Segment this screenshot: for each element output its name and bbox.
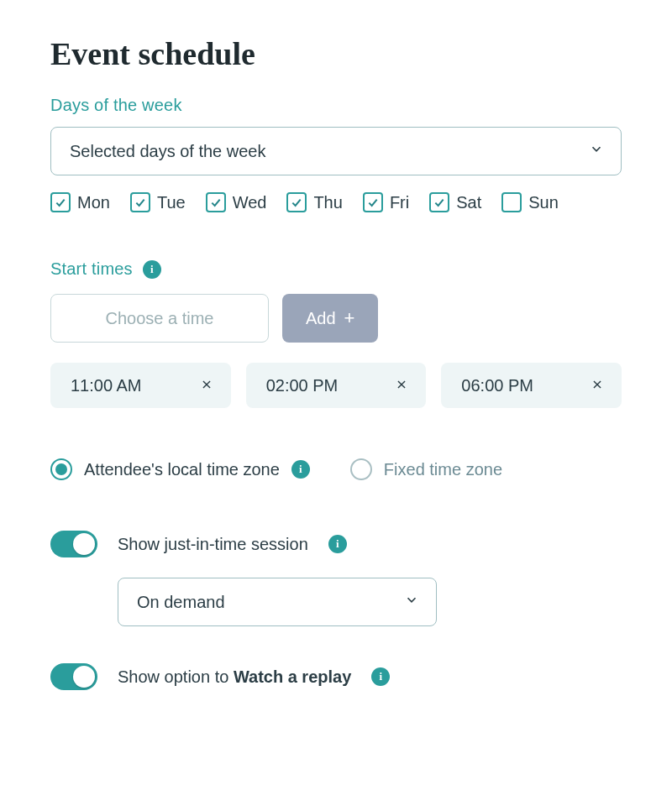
days-label: Days of the week	[50, 96, 622, 115]
time-input-placeholder: Choose a time	[106, 309, 214, 328]
time-chip: 11:00 AM	[50, 363, 231, 408]
remove-time-button[interactable]	[392, 374, 411, 398]
day-label: Tue	[157, 193, 186, 212]
time-chip: 02:00 PM	[246, 363, 427, 408]
plus-icon: +	[344, 309, 355, 327]
jit-mode-select[interactable]: On demand	[118, 578, 437, 626]
day-tue[interactable]: Tue	[130, 192, 186, 212]
checkbox[interactable]	[363, 192, 383, 212]
add-button-label: Add	[306, 309, 336, 328]
timezone-option[interactable]: Attendee's local time zonei	[50, 458, 310, 480]
day-sat[interactable]: Sat	[429, 192, 481, 212]
remove-time-button[interactable]	[197, 374, 216, 398]
timezone-option[interactable]: Fixed time zone	[350, 458, 502, 480]
day-label: Mon	[77, 193, 110, 212]
jit-toggle[interactable]	[50, 531, 97, 557]
start-times-label: Start times	[50, 259, 133, 279]
add-time-button[interactable]: Add +	[282, 294, 378, 343]
timezone-label: Fixed time zone	[384, 460, 502, 479]
replay-label: Show option to Watch a replay	[118, 667, 351, 687]
info-icon[interactable]: i	[328, 535, 347, 553]
jit-mode-value: On demand	[137, 593, 225, 612]
day-label: Sun	[528, 193, 559, 212]
time-chip: 06:00 PM	[441, 363, 622, 408]
checkbox[interactable]	[130, 192, 150, 212]
remove-time-button[interactable]	[588, 374, 606, 398]
checkbox[interactable]	[286, 192, 307, 212]
day-sun[interactable]: Sun	[501, 192, 559, 212]
time-chip-label: 02:00 PM	[266, 376, 339, 395]
time-chip-label: 11:00 AM	[71, 376, 142, 395]
time-input[interactable]: Choose a time	[50, 294, 269, 343]
info-icon[interactable]: i	[291, 460, 310, 479]
info-icon[interactable]: i	[143, 260, 161, 279]
day-label: Sat	[456, 193, 481, 212]
radio-button[interactable]	[350, 458, 372, 480]
day-thu[interactable]: Thu	[286, 192, 342, 212]
checkbox[interactable]	[501, 192, 522, 212]
day-fri[interactable]: Fri	[363, 192, 409, 212]
checkbox[interactable]	[429, 192, 449, 212]
day-label: Thu	[313, 193, 342, 212]
replay-toggle[interactable]	[50, 663, 97, 690]
time-chip-label: 06:00 PM	[461, 376, 533, 395]
day-wed[interactable]: Wed	[206, 192, 267, 212]
days-select-value: Selected days of the week	[70, 142, 265, 161]
day-label: Fri	[390, 193, 409, 212]
days-select[interactable]: Selected days of the week	[50, 127, 622, 175]
chevron-down-icon	[589, 142, 604, 161]
timezone-label: Attendee's local time zone	[84, 460, 280, 479]
page-title: Event schedule	[50, 35, 622, 72]
radio-button[interactable]	[50, 458, 72, 480]
jit-label: Show just-in-time session	[118, 535, 308, 554]
checkbox[interactable]	[206, 192, 226, 212]
day-label: Wed	[233, 193, 267, 212]
info-icon[interactable]: i	[371, 667, 390, 686]
checkbox[interactable]	[50, 192, 71, 212]
chevron-down-icon	[404, 593, 419, 612]
day-mon[interactable]: Mon	[50, 192, 110, 212]
